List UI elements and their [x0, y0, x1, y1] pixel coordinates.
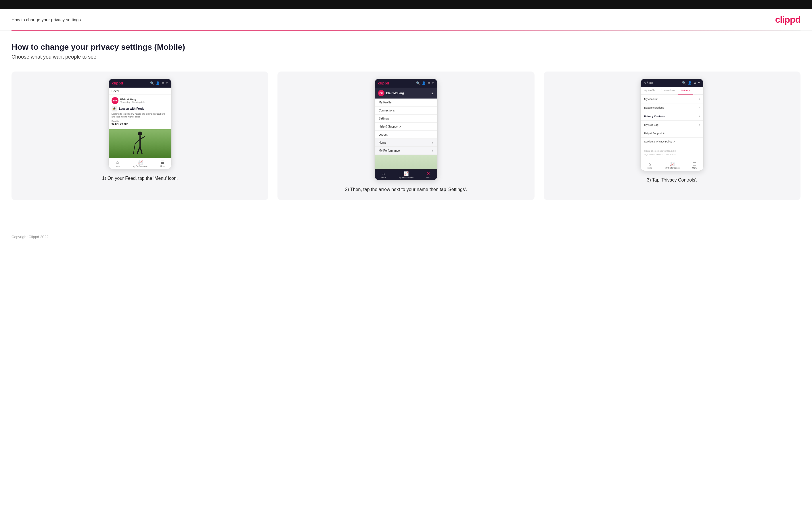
steps-grid: clippd 🔍 👤 ⚙ ▾ Feed BM Blair McHar	[11, 71, 801, 200]
my-golf-bag-chevron: ›	[699, 123, 700, 126]
step3-nav-performance: 📈 My Performance	[665, 162, 679, 169]
step2-icons: 🔍 👤 ⚙ ▾	[416, 81, 434, 85]
menu-list: My Profile Connections Settings Help & S…	[375, 99, 437, 139]
section-perf-label: My Performance	[379, 149, 400, 152]
arrow-up-icon: ▲	[431, 91, 434, 95]
step3-perf-icon: 📈	[670, 162, 674, 166]
menu-settings: Settings	[375, 115, 437, 123]
step2-perf-label: My Performance	[399, 176, 413, 178]
feed-post: BM Blair McHarg Yesterday · Sunningdale …	[109, 95, 171, 129]
svg-line-6	[134, 144, 135, 154]
top-bar	[0, 0, 812, 9]
my-account-label: My Account	[644, 98, 658, 101]
settings-my-golf-bag: My Golf Bag ›	[641, 121, 703, 129]
step2-menu-header: BM Blair McHarg ▲	[375, 88, 437, 99]
step3-icons: 🔍 👤 ⚙ ▾	[682, 81, 700, 85]
step2-perf-icon: 📈	[404, 171, 409, 176]
settings-service-privacy: Service & Privacy Policy ↗	[641, 137, 703, 146]
footer: Copyright Clippd 2022	[0, 229, 812, 245]
menu-my-profile: My Profile	[375, 99, 437, 107]
step2-nav-home: ⌂ Home	[381, 171, 387, 178]
menu-section-home: Home ▾	[375, 139, 437, 147]
feed-username: Blair McHarg	[120, 98, 145, 101]
tab-my-profile: My Profile	[641, 87, 658, 95]
settings-my-account: My Account ›	[641, 95, 703, 103]
settings-data-integrations: Data Integrations ›	[641, 103, 703, 112]
svg-line-4	[137, 147, 140, 154]
svg-line-2	[135, 139, 140, 144]
privacy-controls-chevron: ›	[699, 115, 700, 118]
golfer-silhouette	[133, 131, 147, 157]
step3-nav-menu: ☰ Menu	[692, 162, 697, 169]
settings2-icon: ⚙	[427, 81, 430, 85]
step1-bottom-nav: ⌂ Home 📈 My Performance ☰ Menu	[109, 158, 171, 169]
home-icon: ⌂	[116, 160, 119, 165]
step3-perf-label: My Performance	[665, 167, 679, 169]
step2-close-label: Menu	[426, 176, 431, 178]
my-golf-bag-label: My Golf Bag	[644, 123, 658, 126]
header: How to change your privacy settings clip…	[0, 9, 812, 31]
step2-nav-close: ✕ Menu	[426, 171, 431, 178]
menu-help-support: Help & Support ↗	[375, 123, 437, 131]
menu-connections: Connections	[375, 107, 437, 115]
client-version: Clippd Client Version: 2022.8.3-3	[644, 149, 700, 153]
nav-menu: ☰ Menu	[160, 160, 165, 167]
performance-icon: 📈	[138, 160, 143, 165]
step-1-phone: clippd 🔍 👤 ⚙ ▾ Feed BM Blair McHar	[108, 78, 172, 169]
step2-bg-fade	[375, 155, 437, 169]
chevron2-icon: ▾	[432, 81, 434, 85]
lesson-desc: Looking to feel like my hands are exitin…	[111, 113, 168, 119]
settings-icon: ⚙	[162, 81, 164, 85]
feed-date: Yesterday · Sunningdale	[120, 101, 145, 103]
step2-bottom-nav: ⌂ Home 📈 My Performance ✕ Menu	[375, 169, 437, 180]
search-icon: 🔍	[150, 81, 154, 85]
step-2-card: clippd 🔍 👤 ⚙ ▾ BM Blair McHarg ▲	[277, 71, 534, 200]
nav-performance: 📈 My Performance	[133, 160, 148, 167]
lesson-icon: 🎓	[111, 106, 117, 111]
step3-topbar: < Back 🔍 👤 ⚙ ▾	[641, 79, 703, 87]
help-support-label: Help & Support ↗	[379, 125, 401, 128]
service-privacy-label: Service & Privacy Policy ↗	[644, 140, 675, 143]
copyright-text: Copyright Clippd 2022	[11, 235, 49, 239]
close-icon: ✕	[427, 171, 430, 176]
user3-icon: 👤	[688, 81, 692, 85]
user-icon: 👤	[156, 81, 160, 85]
menu-icon: ☰	[161, 160, 164, 165]
feed-label: Feed	[109, 88, 171, 95]
section-perf-chevron: ▾	[432, 149, 433, 152]
feed-lesson-row: 🎓 Lesson with Fordy	[111, 106, 168, 111]
settings-version: Clippd Client Version: 2022.8.3-3 SQL Se…	[641, 146, 703, 160]
settings3-icon: ⚙	[694, 81, 697, 85]
home-label: Home	[115, 165, 120, 167]
header-title: How to change your privacy settings	[11, 17, 81, 22]
settings-list: My Account › Data Integrations › Privacy…	[641, 95, 703, 146]
settings-help-support: Help & Support ↗	[641, 129, 703, 137]
svg-line-5	[140, 147, 142, 154]
user2-icon: 👤	[422, 81, 426, 85]
main-content: How to change your privacy settings (Mob…	[0, 31, 812, 217]
feed-user-info: Blair McHarg Yesterday · Sunningdale	[120, 98, 145, 103]
menu-logout: Logout	[375, 131, 437, 139]
data-integrations-chevron: ›	[699, 106, 700, 109]
nav-home: ⌂ Home	[115, 160, 120, 167]
duration-label: Duration	[111, 120, 168, 122]
my-profile-label: My Profile	[379, 101, 391, 104]
step2-logo: clippd	[378, 81, 389, 85]
step3-bottom-nav: ⌂ Home 📈 My Performance ☰ Menu	[641, 160, 703, 171]
step3-caption: 3) Tap 'Privacy Controls'.	[647, 177, 697, 183]
step2-user-row: BM Blair McHarg	[378, 90, 404, 96]
step2-username: Blair McHarg	[386, 92, 404, 95]
tab-settings: Settings	[678, 87, 693, 95]
connections-label: Connections	[379, 109, 395, 112]
settings-label: Settings	[379, 117, 389, 120]
duration-val: 01 hr : 30 min	[111, 122, 168, 125]
data-integrations-label: Data Integrations	[644, 106, 664, 109]
help-support-settings-label: Help & Support ↗	[644, 132, 665, 135]
feed-avatar: BM	[111, 97, 118, 104]
logo: clippd	[775, 14, 801, 25]
search2-icon: 🔍	[416, 81, 420, 85]
back-label: < Back	[644, 81, 653, 84]
chevron-icon: ▾	[166, 81, 168, 85]
step3-nav-home: ⌂ Home	[647, 162, 652, 169]
step2-caption: 2) Then, tap the arrow next to your name…	[345, 186, 467, 193]
